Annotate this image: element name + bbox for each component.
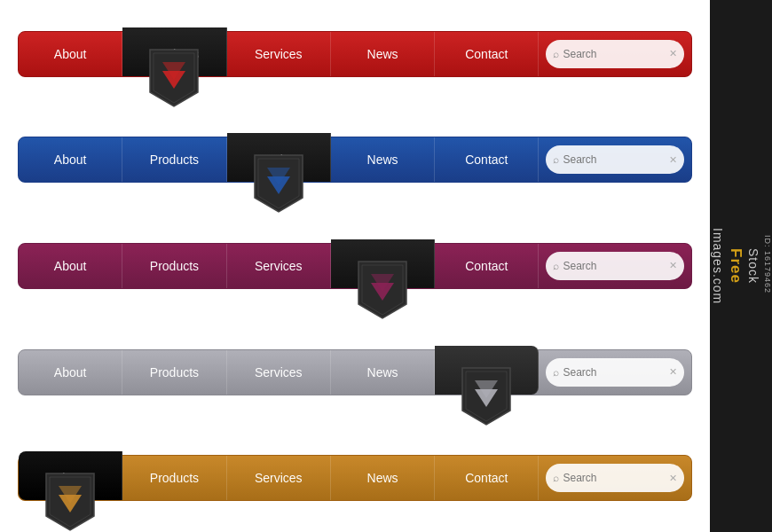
nav-item-contact-red[interactable]: Contact <box>435 32 539 76</box>
nav-item-about-gold[interactable]: About <box>19 451 122 500</box>
nav-bar-gold: AboutProductsServicesNewsContact⌕✕ <box>18 455 692 501</box>
nav-bar-purple: AboutProductsServices NewsContact⌕✕ <box>18 243 692 289</box>
nav-label-about: About <box>54 153 87 167</box>
shield-badge-red <box>146 46 201 110</box>
shield-badge-gray <box>459 364 514 428</box>
search-box-red[interactable]: ⌕✕ <box>546 40 684 68</box>
nav-item-products-purple[interactable]: Products <box>122 244 226 288</box>
shield-badge-gold <box>43 470 98 532</box>
nav-item-products-blue[interactable]: Products <box>122 137 226 182</box>
search-input[interactable] <box>563 260 669 272</box>
sidebar-label: ID: 16179462 Stock Free Images.com <box>710 228 772 304</box>
main-content: About ProductsServicesNewsContact⌕✕About… <box>0 0 710 532</box>
nav-item-services-purple[interactable]: Services <box>227 244 331 288</box>
search-box-blue[interactable]: ⌕✕ <box>546 145 684 174</box>
nav-item-contact-blue[interactable]: Contact <box>435 137 539 182</box>
nav-label-products: Products <box>150 471 199 485</box>
nav-item-about-red[interactable]: About <box>19 32 122 76</box>
search-icon: ⌕ <box>553 472 559 484</box>
nav-label-about: About <box>54 259 87 273</box>
nav-item-about-purple[interactable]: About <box>19 244 122 288</box>
shield-badge-blue <box>251 152 306 215</box>
nav-item-products-gold[interactable]: Products <box>122 456 226 500</box>
nav-label-products: Products <box>150 259 199 273</box>
nav-label-products: Products <box>150 365 199 379</box>
search-input[interactable] <box>563 153 669 166</box>
search-input[interactable] <box>563 472 669 484</box>
search-clear-button[interactable]: ✕ <box>669 473 677 484</box>
nav-bar-gray: AboutProductsServicesNews Contact⌕✕ <box>18 349 692 395</box>
nav-item-news-blue[interactable]: News <box>331 137 435 182</box>
nav-item-about-gray[interactable]: About <box>19 350 122 395</box>
nav-item-products-gray[interactable]: Products <box>122 350 226 395</box>
nav-label-about: About <box>54 365 87 379</box>
nav-item-news-gold[interactable]: News <box>331 456 435 500</box>
nav-bar-red: About ProductsServicesNewsContact⌕✕ <box>18 31 692 77</box>
nav-item-news-purple[interactable]: News <box>331 239 435 288</box>
sidebar: ID: 16179462 Stock Free Images.com <box>710 0 772 532</box>
nav-label-services: Services <box>255 47 303 61</box>
nav-label-about: About <box>54 47 87 61</box>
search-box-purple[interactable]: ⌕✕ <box>546 252 684 280</box>
search-box-gold[interactable]: ⌕✕ <box>546 464 684 492</box>
search-input[interactable] <box>563 366 669 379</box>
nav-label-contact: Contact <box>465 47 508 61</box>
search-icon: ⌕ <box>553 366 559 379</box>
nav-item-contact-purple[interactable]: Contact <box>435 244 539 288</box>
nav-label-news: News <box>367 47 398 61</box>
nav-item-contact-gold[interactable]: Contact <box>435 456 539 500</box>
nav-wrapper-gray: AboutProductsServicesNews Contact⌕✕ <box>18 349 692 395</box>
nav-item-contact-gray[interactable]: Contact <box>435 346 539 395</box>
search-clear-button[interactable]: ✕ <box>669 154 677 166</box>
nav-item-news-gray[interactable]: News <box>331 350 435 395</box>
nav-label-services: Services <box>255 365 303 379</box>
nav-label-contact: Contact <box>465 153 508 167</box>
nav-wrapper-gold: AboutProductsServicesNewsContact⌕✕ <box>18 455 692 501</box>
nav-item-services-blue[interactable]: Services <box>227 133 331 182</box>
search-clear-button[interactable]: ✕ <box>669 48 677 59</box>
nav-bar-blue: AboutProducts ServicesNewsContact⌕✕ <box>18 137 692 183</box>
nav-item-services-gold[interactable]: Services <box>227 456 331 500</box>
search-icon: ⌕ <box>553 153 559 166</box>
search-box-gray[interactable]: ⌕✕ <box>546 358 684 387</box>
nav-item-services-red[interactable]: Services <box>227 32 331 76</box>
nav-label-news: News <box>367 365 398 379</box>
search-input[interactable] <box>563 48 669 60</box>
nav-wrapper-blue: AboutProducts ServicesNewsContact⌕✕ <box>18 137 692 183</box>
search-clear-button[interactable]: ✕ <box>669 260 677 271</box>
search-clear-button[interactable]: ✕ <box>669 366 677 378</box>
search-icon: ⌕ <box>553 48 559 60</box>
nav-label-news: News <box>367 153 398 167</box>
nav-label-contact: Contact <box>465 471 508 485</box>
nav-label-news: News <box>367 471 398 485</box>
nav-wrapper-red: About ProductsServicesNewsContact⌕✕ <box>18 31 692 77</box>
nav-label-services: Services <box>255 259 303 273</box>
shield-badge-purple <box>355 258 410 322</box>
nav-item-about-blue[interactable]: About <box>19 137 122 182</box>
nav-label-products: Products <box>150 153 199 167</box>
nav-item-news-red[interactable]: News <box>331 32 435 76</box>
nav-item-products-red[interactable]: Products <box>122 27 226 76</box>
nav-item-services-gray[interactable]: Services <box>227 350 331 395</box>
nav-label-contact: Contact <box>465 259 508 273</box>
nav-label-services: Services <box>255 471 303 485</box>
nav-wrapper-purple: AboutProductsServices NewsContact⌕✕ <box>18 243 692 289</box>
search-icon: ⌕ <box>553 260 559 272</box>
